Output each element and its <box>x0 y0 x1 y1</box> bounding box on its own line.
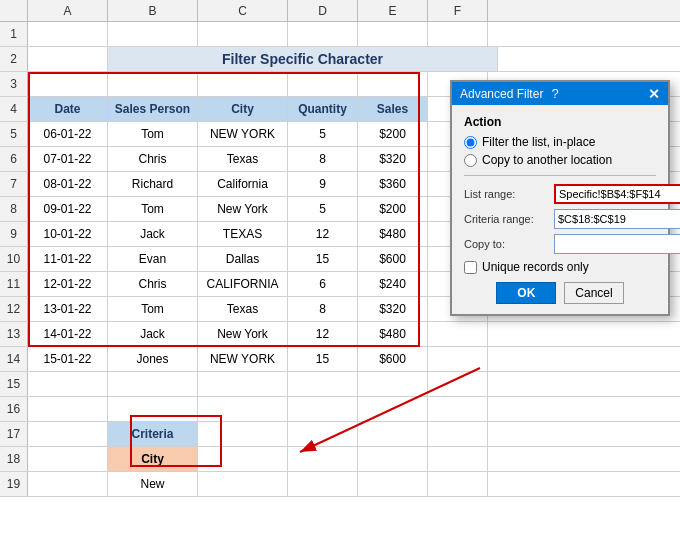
radio-copy-row: Copy to another location <box>464 153 656 167</box>
advanced-filter-dialog: Advanced Filter ? ✕ Action Filter the li… <box>450 80 670 316</box>
radio-filter-inplace-row: Filter the list, in-place <box>464 135 656 149</box>
cell-1-c <box>198 22 288 46</box>
criteria-range-row: Criteria range: ↑ <box>464 209 656 229</box>
cell-9-city: TEXAS <box>198 222 288 246</box>
list-range-input[interactable] <box>554 184 680 204</box>
copy-to-input[interactable] <box>554 234 680 254</box>
radio-filter-inplace[interactable] <box>464 136 477 149</box>
header-sales: Sales <box>358 97 428 121</box>
col-header-b: B <box>108 0 198 21</box>
col-header-a: A <box>28 0 108 21</box>
cell-3-a <box>28 72 108 96</box>
cell-14-date: 15-01-22 <box>28 347 108 371</box>
header-quantity: Quantity <box>288 97 358 121</box>
cell-5-date: 06-01-22 <box>28 122 108 146</box>
dialog-close-button[interactable]: ✕ <box>648 87 660 101</box>
cell-12-sales: $320 <box>358 297 428 321</box>
unique-records-checkbox[interactable] <box>464 261 477 274</box>
radio-copy-location[interactable] <box>464 154 477 167</box>
row-15: 15 <box>0 372 680 397</box>
cell-13-date: 14-01-22 <box>28 322 108 346</box>
rownum-5: 5 <box>0 122 28 146</box>
cell-13-f <box>428 322 488 346</box>
cell-5-city: NEW YORK <box>198 122 288 146</box>
cell-13-city: New York <box>198 322 288 346</box>
cell-7-sales: $360 <box>358 172 428 196</box>
cell-7-date: 08-01-22 <box>28 172 108 196</box>
header-city: City <box>198 97 288 121</box>
cell-8-qty: 5 <box>288 197 358 221</box>
cell-11-city: CALIFORNIA <box>198 272 288 296</box>
cell-12-city: Texas <box>198 297 288 321</box>
header-salesperson: Sales Person <box>108 97 198 121</box>
list-range-row: List range: ↑ <box>464 184 656 204</box>
row-14: 14 15-01-22 Jones NEW YORK 15 $600 <box>0 347 680 372</box>
copy-to-row: Copy to: ↑ <box>464 234 656 254</box>
cell-13-qty: 12 <box>288 322 358 346</box>
rownum-2: 2 <box>0 47 28 71</box>
ok-button[interactable]: OK <box>496 282 556 304</box>
row-17: 17 Criteria <box>0 422 680 447</box>
cell-14-person: Jones <box>108 347 198 371</box>
cell-12-date: 13-01-22 <box>28 297 108 321</box>
cell-6-date: 07-01-22 <box>28 147 108 171</box>
radio-filter-inplace-label: Filter the list, in-place <box>482 135 595 149</box>
cell-13-person: Jack <box>108 322 198 346</box>
dialog-buttons: OK Cancel <box>464 282 656 304</box>
cell-9-person: Jack <box>108 222 198 246</box>
cell-3-b <box>108 72 198 96</box>
cell-11-qty: 6 <box>288 272 358 296</box>
rownum-4: 4 <box>0 97 28 121</box>
rownum-19: 19 <box>0 472 28 496</box>
radio-copy-label: Copy to another location <box>482 153 612 167</box>
cell-11-person: Chris <box>108 272 198 296</box>
cell-6-qty: 8 <box>288 147 358 171</box>
dialog-body: Action Filter the list, in-place Copy to… <box>452 105 668 314</box>
rownum-13: 13 <box>0 322 28 346</box>
dialog-titlebar: Advanced Filter ? ✕ <box>452 82 668 105</box>
cell-10-city: Dallas <box>198 247 288 271</box>
col-header-e: E <box>358 0 428 21</box>
col-header-f: F <box>428 0 488 21</box>
cell-6-sales: $320 <box>358 147 428 171</box>
criteria-range-label: Criteria range: <box>464 213 554 225</box>
cell-12-qty: 8 <box>288 297 358 321</box>
rownum-12: 12 <box>0 297 28 321</box>
col-header-c: C <box>198 0 288 21</box>
cell-10-sales: $600 <box>358 247 428 271</box>
cell-1-d <box>288 22 358 46</box>
rownum-15: 15 <box>0 372 28 396</box>
cell-9-qty: 12 <box>288 222 358 246</box>
row-16: 16 <box>0 397 680 422</box>
cell-3-c <box>198 72 288 96</box>
cell-8-sales: $200 <box>358 197 428 221</box>
criteria-range-input[interactable] <box>554 209 680 229</box>
cell-10-qty: 15 <box>288 247 358 271</box>
col-header-rownum <box>0 0 28 21</box>
cell-7-qty: 9 <box>288 172 358 196</box>
header-date: Date <box>28 97 108 121</box>
cancel-button[interactable]: Cancel <box>564 282 623 304</box>
cell-8-city: New York <box>198 197 288 221</box>
cell-1-a <box>28 22 108 46</box>
cell-5-person: Tom <box>108 122 198 146</box>
dialog-help-icon[interactable]: ? <box>551 86 558 101</box>
rownum-16: 16 <box>0 397 28 421</box>
divider <box>464 175 656 176</box>
criteria-title-cell: Criteria <box>108 422 198 446</box>
copy-to-label: Copy to: <box>464 238 554 250</box>
row-2: 2 Filter Specific Character <box>0 47 680 72</box>
cell-14-f <box>428 347 488 371</box>
cell-11-date: 12-01-22 <box>28 272 108 296</box>
cell-8-person: Tom <box>108 197 198 221</box>
col-headers: A B C D E F <box>0 0 680 22</box>
spreadsheet-title: Filter Specific Character <box>108 47 498 71</box>
rownum-10: 10 <box>0 247 28 271</box>
cell-9-sales: $480 <box>358 222 428 246</box>
list-range-label: List range: <box>464 188 554 200</box>
cell-14-sales: $600 <box>358 347 428 371</box>
cell-11-sales: $240 <box>358 272 428 296</box>
rownum-11: 11 <box>0 272 28 296</box>
spreadsheet: A B C D E F 1 2 Filter Specific Characte… <box>0 0 680 536</box>
criteria-city-header: City <box>108 447 198 471</box>
